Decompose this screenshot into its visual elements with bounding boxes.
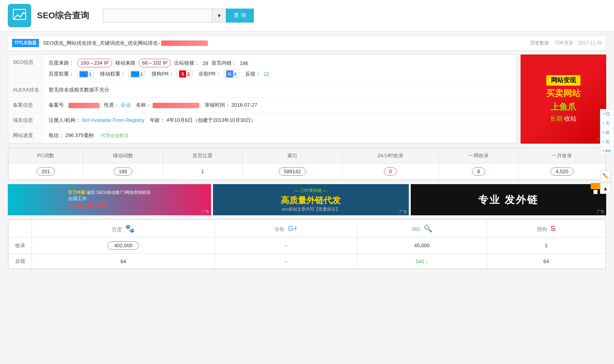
mobile-weight-badge: 🐾 1 (128, 70, 145, 78)
registry-link[interactable]: Not Available From Registry (82, 117, 144, 123)
nature-label: 性质： (104, 102, 119, 108)
sidebar-item-ale[interactable]: • Ale (600, 147, 614, 155)
ad-tagline: 网站变现 (546, 75, 581, 86)
speed-label: 网站速度 (8, 128, 44, 143)
stats-header-index: 索引 (243, 148, 342, 164)
main-content: TITLE信息 SEO优化_网站优化排名_关键词优化_优化网站排名- 历史数据 … (0, 32, 614, 273)
ad1-line2-text: 诚招 SEO/移动推广/网络营销精英 (86, 190, 150, 195)
ad-banner-right[interactable]: 网站变现 买卖网站 上鱼爪 长期 收站 广告 (521, 55, 606, 144)
stats-header-row: PC词数 移动词数 首页位置 索引 24小时收录 一周收录 一月收录 (9, 148, 606, 164)
month-value: 4,520 (551, 167, 574, 176)
index-baidu-shoulu: 402,000 (32, 237, 215, 254)
sidebar-item-shou[interactable]: • 收 (600, 128, 614, 137)
ad2-main: 高质量外链代发 (281, 195, 341, 206)
index-360-shoulu: 45,000 (357, 237, 487, 254)
month-cell: 4,520 (518, 164, 605, 180)
edit-panel: ✏️ ▲ (600, 171, 611, 194)
google-plus-icon: G+ (288, 225, 298, 232)
masked-domain (161, 40, 208, 46)
ad-banner-1[interactable]: 百万年薪 诚招 SEO/移动推广/网络营销精英 出国工作 加QQ 395339 … (8, 184, 211, 215)
orange-sticker[interactable]: 代写企业软文 (591, 183, 600, 189)
ad-main-line1: 买卖网站 (546, 88, 581, 99)
backlink-label: 反链： (245, 70, 260, 77)
homepage-pos-cell: 1 (163, 164, 243, 180)
google-pr-label: 谷歌PR： (199, 70, 221, 77)
google-pr-val: 0 (234, 71, 237, 77)
name-label: 名称： (136, 102, 151, 108)
index-header-sogou: 搜狗 S (487, 220, 605, 237)
google-g-icon: G (226, 70, 233, 77)
mobile-paw-icon: 🐾 (131, 71, 139, 77)
audit-date: 2016-07-27 (231, 102, 257, 108)
index-value: 589142 (279, 167, 306, 176)
ad1-content: 百万年薪 诚招 SEO/移动推广/网络营销精英 出国工作 加QQ 395339 (66, 188, 152, 212)
audit-label: 审核时间： (205, 102, 230, 108)
search-button[interactable]: 查 询 (226, 9, 254, 23)
ad-banner-2[interactable]: — 三叶草外链 — 高质量外链代发 seo原创文章代写【质量保证】 广告 (213, 184, 408, 215)
nature-value[interactable]: 企业 (121, 102, 131, 108)
soft-article-link[interactable]: 代写企业软文 (101, 133, 129, 138)
index-header-baidu: 百度 🐾 (32, 220, 215, 237)
history-btn[interactable]: 历史数据 (530, 40, 549, 46)
seo-row-1: 百度来路： 160～234 IP 移动来路 66～102 IP 出站链接： 29… (49, 59, 512, 67)
360-fanlink-value: 540 ↓ (416, 258, 428, 264)
index-sogou-shoulu: 1 (487, 237, 605, 254)
stats-data-row: 201 186 1 589142 0 8 4,520 (9, 164, 606, 180)
stats-header-month: 一月收录 (518, 148, 605, 164)
sidebar-item-ye[interactable]: • 页 (600, 137, 614, 147)
backlink-value[interactable]: 22 (264, 71, 269, 77)
baidu-weight-badge: 🐾 1 (77, 70, 94, 78)
edit-pencil-btn[interactable]: ✏️ (600, 171, 611, 181)
scroll-top-btn[interactable]: ▲ (600, 183, 611, 194)
inner-link-value: 186 (240, 60, 248, 66)
info-area: SEO信息 百度来路： 160～234 IP 移动来路 66～102 IP 出站… (8, 55, 606, 144)
beian-label: 备案信息 (8, 98, 44, 113)
domain-label: 域名信息 (8, 113, 44, 128)
index-baidu-fanlink: 64 (32, 254, 215, 269)
company-name-masked (153, 103, 199, 108)
seo-info-row: SEO信息 百度来路： 160～234 IP 移动来路 66～102 IP 出站… (8, 55, 516, 83)
mobile-flow-value: 66～102 IP (139, 59, 171, 67)
header: SEO综合查询 ▼ 查 询 (0, 0, 614, 32)
speed-data: 电信： 296.375毫秒 代写企业软文 (44, 128, 516, 143)
mobile-words-value: 186 (114, 167, 132, 176)
search-dropdown[interactable]: ▼ (212, 9, 226, 23)
sidebar-item-zong[interactable]: • 综 (600, 109, 614, 119)
registrar-label: 注册人/机构： (49, 117, 81, 123)
ad-yuzhao: 上鱼爪 (546, 101, 581, 113)
sogou-pr-badge: S 2 (177, 70, 192, 78)
age-label: 年龄： (150, 117, 165, 123)
index-header-360: 360 🔍 (357, 220, 487, 237)
pc-words-cell: 201 (9, 164, 83, 180)
title-tag: TITLE信息 (12, 39, 39, 47)
info-table: SEO信息 百度来路： 160～234 IP 移动来路 66～102 IP 出站… (8, 55, 516, 143)
ad-long: 长期 (550, 115, 563, 122)
ad2-sub: seo原创文章代写【质量保证】 (282, 206, 340, 212)
stats-table-wrap: PC词数 移动词数 首页位置 索引 24小时收录 一周收录 一月收录 201 1… (8, 148, 606, 180)
index-table: 百度 🐾 谷歌 G+ 360 🔍 搜狗 S (8, 220, 606, 269)
baidu-weight-val: 1 (89, 71, 91, 77)
24h-value: 0 (384, 167, 397, 176)
search-bar: ▼ 查 询 (103, 9, 254, 23)
ad-banner-3[interactable]: 专业 发外链 广告 (411, 184, 606, 215)
svg-rect-0 (12, 8, 27, 23)
search-input[interactable] (103, 9, 212, 23)
seo-label: SEO信息 (8, 55, 44, 83)
ad-footer: 长期 收站 (546, 115, 581, 123)
inner-link-label: 首页内链： (211, 60, 237, 67)
baidu-flow-value: 160～234 IP (77, 59, 112, 67)
tdk-update: TDK更新：2017-11-20 (555, 40, 602, 46)
sidebar-float: • 综 • 关 • 收 • 页 • Ale (600, 109, 614, 155)
index-fanlink-label: 反链 (9, 254, 32, 269)
beian-data: 备案号 性质： 企业 名称： 审核时间： 2016-07-27 (44, 98, 516, 113)
icp-number-masked (69, 103, 100, 108)
alexa-row: ALEXA排名 暂无排名或相关数据不充分 (8, 83, 516, 98)
ad1-qq: 加QQ 395339 (68, 202, 150, 210)
sidebar-item-guan[interactable]: • 关 (600, 119, 614, 128)
google-pr-badge: G 0 (224, 70, 239, 78)
speed-value: 296.375毫秒 (65, 132, 94, 138)
outbound-value: 29 (202, 60, 208, 66)
seo-data: 百度来路： 160～234 IP 移动来路 66～102 IP 出站链接： 29… (44, 55, 516, 83)
index-cell: 589142 (243, 164, 342, 180)
ad1-line1: 百万年薪 诚招 SEO/移动推广/网络营销精英 (68, 190, 150, 195)
